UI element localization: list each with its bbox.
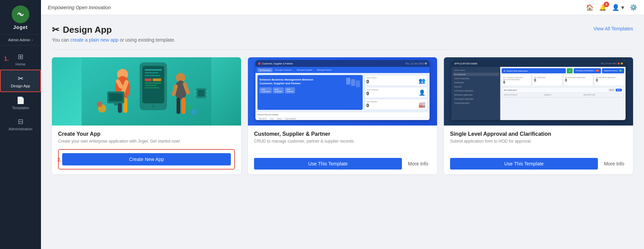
main-content: ✂ Design App You can create a plain new … [41, 15, 644, 249]
sidebar-user: Admin Admin › [0, 34, 41, 46]
svg-point-27 [192, 109, 197, 115]
svg-rect-31 [109, 93, 123, 101]
sidebar-logo: Joget [0, 0, 41, 34]
sidebar-item-administration[interactable]: ⊟ Administration [0, 113, 41, 134]
svg-rect-25 [182, 98, 185, 114]
svg-point-1 [19, 13, 22, 15]
section-divider [52, 49, 633, 50]
settings-icon[interactable]: ⚙️ [630, 4, 637, 11]
svg-rect-24 [177, 98, 180, 114]
svg-rect-7 [145, 75, 160, 76]
sidebar-item-home[interactable]: 1. ⊞ Home [0, 48, 41, 70]
more-info-button-approval[interactable]: More Info [601, 158, 627, 170]
card-image-customer: Customer, Supplier & Partner Thu, 12 Jan… [248, 57, 437, 126]
svg-rect-12 [145, 87, 159, 88]
sidebar-label-design-app: Design App [11, 84, 30, 88]
page-title-icon: ✂ [52, 25, 59, 35]
card-desc-create: Create your own enterprise application w… [58, 139, 235, 144]
sidebar-item-templates[interactable]: 📄 Templates [0, 92, 41, 113]
svg-rect-34 [198, 90, 205, 97]
more-info-button-customer[interactable]: More Info [405, 158, 431, 170]
cards-row: Create Your App Create your own enterpri… [52, 57, 633, 174]
svg-rect-4 [142, 66, 164, 103]
card-single-level-approval: APPLICATION NAME Thu, 12 Jan 2023 Admin … [444, 57, 633, 174]
home-icon: ⊞ [18, 53, 24, 61]
sidebar-item-design-app[interactable]: ✂ Design App [0, 70, 41, 92]
notification-badge: 5 [604, 2, 609, 7]
step-label-1: 1. [4, 56, 9, 62]
page-header: ✂ Design App You can create a plain new … [52, 25, 633, 43]
page-title-text: Design App [63, 25, 112, 35]
header-title: Empowering Open Innovation [48, 5, 111, 10]
header-bar: Empowering Open Innovation 🏠 🔔 5 👤 ▾ ⚙️ [41, 0, 644, 15]
page-title-section: ✂ Design App You can create a plain new … [52, 25, 175, 43]
sidebar: Joget Admin Admin › 1. ⊞ Home ✂ Design A… [0, 0, 41, 249]
use-template-button-approval[interactable]: Use This Template [450, 158, 598, 170]
card-customer-supplier: Customer, Supplier & Partner Thu, 12 Jan… [248, 57, 437, 174]
sidebar-username: Admin Admin [8, 38, 30, 42]
card-desc-customer: CRUD to manage customer, partner & suppl… [254, 139, 431, 153]
svg-rect-8 [145, 78, 152, 81]
card-actions-customer: Use This Template More Info [254, 158, 431, 170]
card-body-customer: Customer, Supplier & Partner CRUD to man… [248, 126, 437, 174]
card-image-approval: APPLICATION NAME Thu, 12 Jan 2023 Admin … [444, 57, 633, 126]
svg-rect-11 [145, 85, 157, 86]
sidebar-label-administration: Administration [9, 127, 32, 131]
card-image-create [52, 57, 241, 126]
header-icons: 🏠 🔔 5 👤 ▾ ⚙️ [586, 4, 637, 11]
svg-rect-10 [145, 83, 161, 84]
svg-rect-6 [145, 72, 158, 73]
create-highlight-box: 2. Create New App [58, 149, 235, 170]
card-body-create: Create Your App Create your own enterpri… [52, 126, 241, 174]
svg-rect-9 [153, 78, 161, 81]
use-template-button-customer[interactable]: Use This Template [254, 158, 402, 170]
create-new-app-button[interactable]: Create New App [62, 153, 231, 165]
sidebar-label-home: Home [15, 62, 25, 66]
svg-rect-32 [114, 103, 118, 105]
card-actions-approval: Use This Template More Info [450, 158, 627, 170]
administration-icon: ⊟ [18, 117, 24, 126]
design-app-icon: ✂ [18, 74, 24, 83]
page-subtitle: You can create a plain new app or using … [52, 37, 175, 43]
card-title-create: Create Your App [58, 131, 235, 137]
svg-rect-5 [145, 69, 162, 71]
svg-point-13 [152, 104, 155, 108]
step-label-2: 2. [57, 157, 62, 162]
sidebar-nav: 1. ⊞ Home ✂ Design App 📄 Templates ⊟ Adm… [0, 46, 41, 134]
card-body-approval: Single Level Approval and Clarification … [444, 126, 633, 174]
svg-rect-29 [187, 105, 192, 109]
view-all-templates-link[interactable]: View All Templates [593, 26, 633, 31]
notifications-icon[interactable]: 🔔 5 [599, 4, 606, 11]
user-menu-icon[interactable]: 👤 ▾ [612, 4, 624, 11]
sidebar-label-templates: Templates [12, 106, 29, 110]
card-title-approval: Single Level Approval and Clarification [450, 131, 627, 137]
create-plain-link[interactable]: create a plain new app [70, 37, 118, 43]
home-header-icon[interactable]: 🏠 [586, 4, 593, 11]
chevron-right-icon: › [32, 38, 33, 42]
logo-text: Joget [13, 25, 28, 30]
logo-icon [12, 5, 29, 23]
svg-rect-28 [97, 102, 102, 107]
page-title: ✂ Design App [52, 25, 175, 35]
templates-icon: 📄 [16, 96, 25, 104]
card-desc-approval: Submit application form to HOD for appro… [450, 139, 627, 153]
card-create-new: Create Your App Create your own enterpri… [52, 57, 241, 174]
card-title-customer: Customer, Supplier & Partner [254, 131, 431, 137]
